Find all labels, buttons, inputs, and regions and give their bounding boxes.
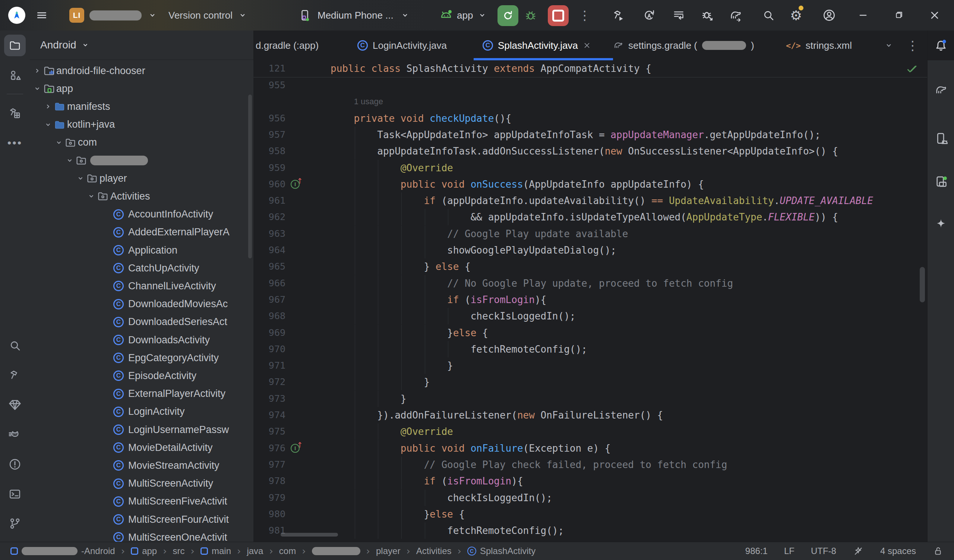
line-separator-widget[interactable]: LF [784,546,795,556]
tree-item-epgcategoryactivity[interactable]: CEpgCategoryActivity [30,349,253,367]
tree-item-multiscreenfouractivit[interactable]: CMultiScreenFourActivit [30,510,253,528]
chevron-down-icon[interactable] [65,156,74,165]
tab-splashactivity-java[interactable]: CSplashActivity.java [474,31,613,60]
tool-device-manager-button[interactable] [928,128,954,149]
caret-position-widget[interactable]: 986:1 [745,546,768,556]
window-maximize-button[interactable] [893,0,904,31]
tab-scroll-chevron[interactable] [884,31,894,60]
project-widget[interactable]: LI [69,0,157,31]
window-minimize-button[interactable] [857,0,869,31]
tree-item-multiscreenfiveactivit[interactable]: CMultiScreenFiveActivit [30,493,253,510]
tool-more-button[interactable]: ••• [0,132,30,153]
indent-widget[interactable]: 4 spaces [880,546,916,556]
usages-hint[interactable]: 1 usage [354,93,383,110]
tree-item-moviestreamactivity[interactable]: CMovieStreamActivity [30,456,253,474]
tree-item-channelliveactivity[interactable]: CChannelLiveActivity [30,277,253,295]
tool-find-button[interactable] [0,335,30,356]
breadcrumb-item-splashactivity[interactable]: CSplashActivity [467,546,536,556]
notifications-button[interactable] [927,31,954,60]
tool-gradle-button[interactable] [928,80,954,101]
chevron-down-icon[interactable] [44,120,53,129]
tree-item-moviedetailactivity[interactable]: CMovieDetailActivity [30,439,253,456]
build-button[interactable] [612,0,625,31]
breadcrumb-item-java[interactable]: java [247,546,263,556]
tree-scrollbar[interactable] [248,95,252,258]
editor-vertical-scrollbar[interactable] [920,267,925,302]
inspection-ok-icon[interactable] [906,62,918,75]
breadcrumb-item-src[interactable]: src [173,546,185,556]
tree-node-com[interactable]: com [30,134,253,152]
breadcrumb-item[interactable] [312,547,360,555]
tree-node-activities[interactable]: Activities [30,187,253,205]
stop-button[interactable] [548,5,569,26]
chevron-down-icon[interactable] [55,138,63,147]
account-button[interactable] [822,0,836,31]
task-list-button[interactable] [672,0,686,31]
tool-gemini-button[interactable] [928,214,954,235]
ai-status-widget[interactable] [853,546,864,557]
chevron-right-icon[interactable] [44,102,53,111]
rerun-button[interactable] [497,5,518,26]
attach-debugger-button[interactable] [701,0,714,31]
tool-app-quality-insights-button[interactable] [0,394,30,415]
tree-node-redacted[interactable] [30,152,253,170]
project-view-selector[interactable]: Android [30,31,253,60]
tree-item-addedexternalplayera[interactable]: CAddedExternalPlayerA [30,223,253,241]
tool-problems-button[interactable] [0,454,30,475]
breadcrumb-item-app[interactable]: app [131,546,157,556]
sync-button[interactable] [642,0,656,31]
tree-item-multiscreenactivity[interactable]: CMultiScreenActivity [30,475,253,493]
tab-loginactivity-java[interactable]: CLoginActivity.java [348,31,468,60]
breadcrumb-item-android[interactable]: -Android [11,546,115,556]
tab-options-button[interactable]: ⋮ [906,31,919,60]
tree-node-kotlin+java[interactable]: kotlin+java [30,116,253,134]
tree-item-downloadedmoviesac[interactable]: CDownloadedMoviesAc [30,295,253,313]
tool-logcat-button[interactable] [0,424,30,445]
overrides-icon[interactable]: I↑ [291,179,301,189]
tab-strings-xml[interactable]: </>strings.xml [777,31,878,60]
tab-close-icon[interactable] [583,41,591,50]
tool-build-button[interactable] [0,365,30,386]
tree-item-application[interactable]: CApplication [30,241,253,259]
code-editor[interactable]: 9551 usage956 private void checkUpdate()… [253,60,927,542]
tool-version-control-button[interactable] [0,513,30,534]
tree-item-catchupactivity[interactable]: CCatchUpActivity [30,259,253,277]
breadcrumb-item-main[interactable]: main [201,546,231,556]
tree-item-loginusernamepassw[interactable]: CLoginUsernamePassw [30,421,253,439]
version-control-widget[interactable]: Version control [168,0,248,31]
tool-running-devices-button[interactable] [928,171,954,192]
tree-item-loginactivity[interactable]: CLoginActivity [30,403,253,421]
gradle-sync-button[interactable] [729,0,742,31]
tree-item-downloadedseriesact[interactable]: CDownloadedSeriesAct [30,313,253,331]
overrides-icon[interactable]: I↑ [291,443,301,453]
more-actions-button[interactable]: ⋮ [578,0,591,31]
settings-button[interactable]: ⚙ [790,0,802,31]
tab-d-gradle-app-[interactable]: d.gradle (:app) [253,31,351,60]
readonly-widget[interactable] [932,546,943,557]
chevron-down-icon[interactable] [87,192,96,201]
tree-item-externalplayeractivity[interactable]: CExternalPlayerActivity [30,385,253,403]
tool-terminal-button[interactable] [0,484,30,504]
tree-item-downloadsactivity[interactable]: CDownloadsActivity [30,331,253,349]
window-close-button[interactable] [929,0,941,31]
run-config-selector[interactable]: app [439,0,487,31]
main-menu-button[interactable] [36,0,48,31]
breadcrumb-item-player[interactable]: player [376,546,400,556]
chevron-down-icon[interactable] [33,84,42,93]
tree-item-accountinfoactivity[interactable]: CAccountInfoActivity [30,205,253,223]
device-selector[interactable]: Medium Phone ... [298,0,410,31]
tree-node-player[interactable]: player [30,170,253,187]
tree-item-multiscreenoneactivit[interactable]: CMultiScreenOneActivit [30,528,253,542]
tree-item-episodeactivity[interactable]: CEpisodeActivity [30,367,253,385]
tool-resource-manager-button[interactable] [0,65,30,86]
breadcrumb-item-activities[interactable]: Activities [416,546,452,556]
tree-node-app[interactable]: app [30,80,253,98]
tree-node-manifests[interactable]: manifests [30,98,253,115]
chevron-right-icon[interactable] [33,66,42,75]
chevron-down-icon[interactable] [76,174,85,183]
debug-button[interactable] [524,0,537,31]
search-everywhere-button[interactable] [762,0,775,31]
tab-settings-gradle-[interactable]: settings.gradle () [604,31,774,60]
breadcrumb-item-com[interactable]: com [279,546,296,556]
tree-node-android-file-chooser[interactable]: android-file-chooser [30,62,253,80]
